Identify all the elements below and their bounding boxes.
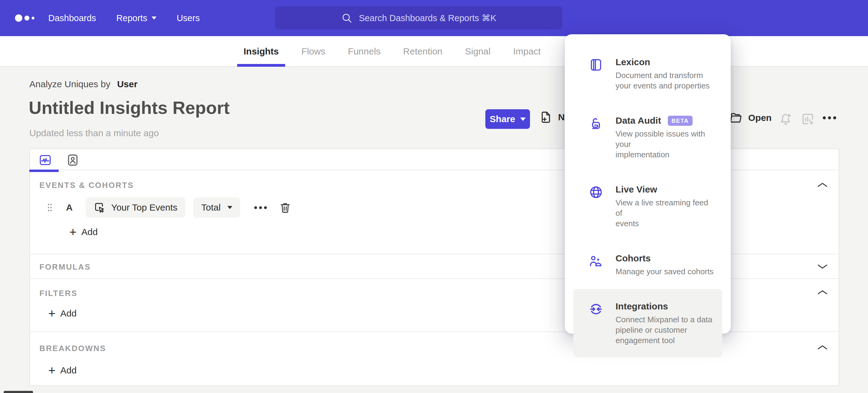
global-search-input[interactable]: Search Dashboards & Reports ⌘K: [275, 6, 562, 29]
tab-impact[interactable]: Impact: [513, 36, 541, 67]
bell-plus-icon: [779, 112, 793, 126]
tab-funnels-label: Funnels: [348, 46, 380, 57]
chart-plus-icon: [801, 112, 815, 126]
formulas-section-label: FORMULAS: [39, 262, 91, 272]
tab-flows-label: Flows: [301, 46, 325, 57]
event-row-letter: A: [66, 202, 73, 213]
collapse-section-icon[interactable]: [817, 182, 828, 188]
menu-item-description: Connect Mixpanel to a data pipeline or c…: [616, 314, 712, 345]
add-event-label: Add: [81, 227, 97, 237]
tab-insights[interactable]: Insights: [244, 36, 279, 67]
tab-events-view[interactable]: [38, 153, 52, 167]
collapse-section-icon[interactable]: [817, 289, 828, 296]
tab-retention-label: Retention: [403, 46, 442, 57]
more-actions-button[interactable]: [823, 116, 836, 119]
metric-label: Total: [202, 202, 221, 213]
analyze-row: Analyze Uniques by User: [29, 79, 137, 89]
updated-timestamp: Updated less than a minute ago: [29, 128, 159, 138]
menu-item-description: Document and transform your events and p…: [616, 70, 710, 91]
cohorts-people-icon: [589, 254, 603, 269]
plus-icon: +: [69, 227, 76, 236]
menu-item-description: View a live streaming feed of events: [616, 197, 717, 229]
data-management-dropdown: Lexicon Document and transform your even…: [565, 34, 731, 334]
menu-item-title: Live View: [616, 184, 657, 195]
trash-icon: [279, 201, 291, 214]
events-section-label: EVENTS & COHORTS: [39, 180, 134, 190]
nav-dashboards[interactable]: Dashboards: [48, 13, 96, 23]
menu-item-lexicon[interactable]: Lexicon Document and transform your even…: [574, 45, 722, 103]
share-button-label: Share: [490, 114, 515, 124]
beta-badge: BETA: [668, 116, 692, 126]
tab-flows[interactable]: Flows: [301, 36, 325, 67]
integrations-sync-icon: [589, 302, 603, 316]
report-type-tabbar: Insights Flows Funnels Retention Signal …: [0, 36, 868, 67]
search-placeholder: Search Dashboards & Reports ⌘K: [359, 13, 496, 23]
nav-dashboards-label: Dashboards: [48, 13, 96, 23]
add-filter-button[interactable]: + Add: [48, 308, 77, 319]
add-filter-label: Add: [60, 308, 76, 319]
corner-widget[interactable]: [4, 391, 33, 393]
event-name-label: Your Top Events: [111, 202, 178, 213]
delete-event-button[interactable]: [279, 201, 291, 214]
nav-users-label: Users: [177, 13, 200, 23]
cursor-click-icon: [94, 201, 106, 214]
pulse-chart-icon: [38, 153, 52, 167]
menu-item-title: Data Audit: [616, 115, 661, 126]
analyze-entity-selector[interactable]: User: [117, 79, 137, 89]
chevron-down-icon: [520, 117, 526, 121]
report-content: Analyze Uniques by User Untitled Insight…: [0, 67, 868, 393]
person-card-icon: [66, 153, 80, 167]
menu-item-description: View possible issues with your implement…: [616, 129, 717, 160]
open-report-button[interactable]: Open: [728, 111, 772, 124]
top-navigation-bar: Dashboards Reports Users Search Dashboar…: [0, 0, 868, 36]
create-alert-button[interactable]: [779, 112, 793, 126]
live-view-globe-icon: [589, 185, 603, 200]
plus-icon: +: [48, 366, 55, 375]
file-plus-icon: [539, 110, 553, 124]
search-icon: [341, 12, 353, 24]
menu-item-live-view[interactable]: Live View View a live streaming feed of …: [574, 172, 722, 240]
nav-reports[interactable]: Reports: [116, 13, 156, 23]
add-event-button[interactable]: + Add: [69, 227, 98, 237]
analyze-label: Analyze Uniques by: [29, 79, 110, 89]
expand-section-icon[interactable]: [817, 263, 828, 270]
event-row: A Your Top Events Total: [47, 197, 291, 218]
menu-item-title: Lexicon: [616, 57, 650, 67]
add-breakdown-button[interactable]: + Add: [48, 365, 77, 375]
metric-select-button[interactable]: Total: [193, 197, 240, 218]
share-button[interactable]: Share: [485, 109, 530, 129]
drag-handle[interactable]: [47, 203, 53, 213]
tab-signal[interactable]: Signal: [465, 36, 491, 67]
mixpanel-logo[interactable]: [15, 13, 37, 23]
event-select-button[interactable]: Your Top Events: [86, 197, 186, 218]
tab-signal-label: Signal: [465, 46, 491, 57]
lexicon-book-icon: [589, 58, 603, 72]
nav-reports-label: Reports: [116, 13, 147, 23]
tab-impact-label: Impact: [513, 46, 541, 57]
open-button-label: Open: [748, 113, 772, 123]
event-row-more-button[interactable]: [254, 206, 267, 209]
plus-icon: +: [48, 309, 55, 318]
menu-item-cohorts[interactable]: Cohorts Manage your saved cohorts: [574, 241, 722, 288]
add-to-dashboard-button[interactable]: [801, 112, 815, 126]
tab-user-profiles-view[interactable]: [66, 153, 80, 167]
nav-users[interactable]: Users: [177, 13, 200, 23]
menu-item-integrations[interactable]: Integrations Connect Mixpanel to a data …: [574, 289, 722, 357]
primary-nav: Dashboards Reports Users: [48, 0, 200, 36]
chevron-down-icon: [227, 206, 232, 209]
menu-item-data-audit[interactable]: Data Audit BETA View possible issues wit…: [574, 103, 722, 171]
menu-item-title: Cohorts: [616, 253, 651, 263]
collapse-section-icon[interactable]: [817, 344, 828, 350]
tab-retention[interactable]: Retention: [403, 36, 442, 67]
data-audit-lock-icon: [589, 116, 603, 131]
tab-insights-label: Insights: [244, 46, 279, 57]
breakdowns-section-label: BREAKDOWNS: [39, 344, 106, 353]
filters-section-label: FILTERS: [39, 289, 78, 298]
menu-item-title: Integrations: [616, 301, 668, 312]
page-title[interactable]: Untitled Insights Report: [29, 97, 229, 118]
tab-funnels[interactable]: Funnels: [348, 36, 380, 67]
chevron-down-icon: [152, 17, 156, 20]
menu-item-description: Manage your saved cohorts: [616, 266, 714, 277]
add-breakdown-label: Add: [60, 365, 76, 375]
